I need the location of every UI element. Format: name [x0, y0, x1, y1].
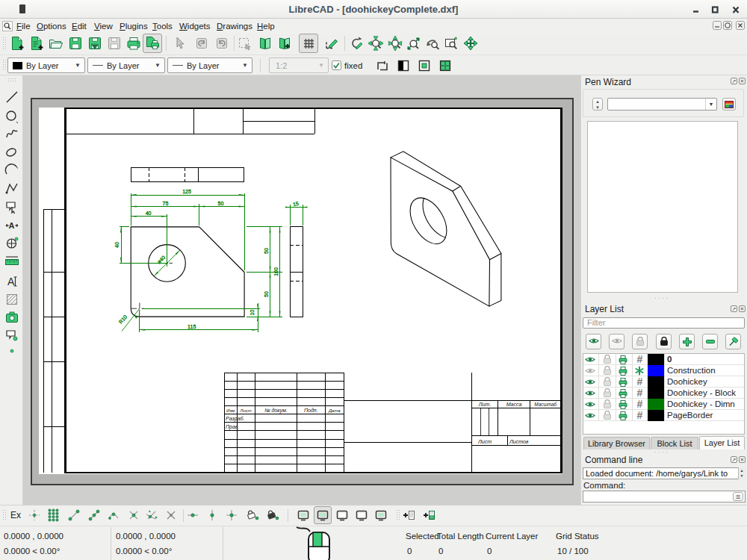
svg-text:125: 125 — [182, 189, 191, 194]
svg-text:40: 40 — [114, 242, 120, 248]
svg-text:Лит.: Лит. — [478, 402, 491, 407]
svg-text:Прав.: Прав. — [226, 424, 240, 430]
svg-text:Подп.: Подп. — [304, 408, 318, 413]
svg-text:Разраб.: Разраб. — [226, 416, 244, 422]
svg-text:Масштаб: Масштаб — [534, 402, 557, 407]
svg-text:50: 50 — [218, 201, 224, 206]
svg-text:Масса: Масса — [506, 402, 522, 407]
svg-text:50: 50 — [264, 248, 269, 254]
svg-text:№ докум.: № докум. — [264, 408, 288, 414]
svg-text:A: A — [9, 221, 15, 230]
svg-text:40: 40 — [146, 211, 152, 216]
svg-text:Лист: Лист — [239, 408, 251, 413]
svg-text:50: 50 — [264, 291, 269, 297]
svg-text:Дата: Дата — [328, 408, 341, 413]
svg-text:10: 10 — [250, 310, 255, 316]
svg-text:Изм: Изм — [226, 408, 235, 413]
svg-text:115: 115 — [187, 324, 196, 329]
svg-text:R10: R10 — [118, 314, 128, 325]
svg-text:75: 75 — [163, 201, 169, 206]
svg-text:15: 15 — [292, 201, 299, 208]
svg-text:100: 100 — [273, 267, 279, 276]
svg-text:Лист: Лист — [477, 439, 492, 444]
svg-text:Листов: Листов — [509, 439, 529, 444]
